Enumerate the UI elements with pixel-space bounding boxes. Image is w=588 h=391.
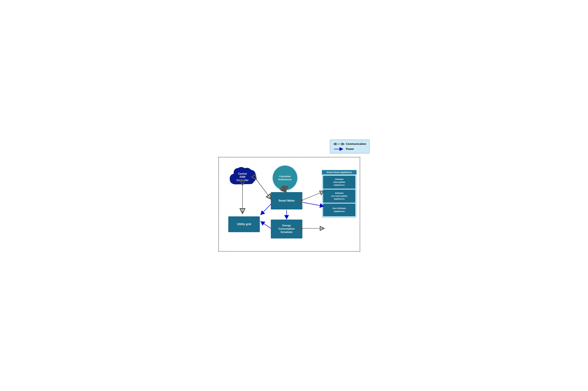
communication-arrow-icon <box>333 142 344 146</box>
svg-line-5 <box>303 191 324 200</box>
consumer-preferences-label: ConsumerPreferences <box>278 175 292 181</box>
energy-scheduler-label: EnergyConsumptionScheduler <box>278 224 295 234</box>
svg-line-3 <box>256 180 271 199</box>
power-legend-row: Power <box>333 147 366 151</box>
shiftable-interruptible-label: ShiftableInterruptibleAppliances <box>333 178 345 187</box>
page-wrapper: Communication Power Central DSM Contr <box>218 140 370 252</box>
utility-grid-label: Utility grid <box>237 222 251 226</box>
central-dsm-cloud: Central DSM Controller <box>228 165 257 189</box>
smart-meter-label: Smart Meter <box>278 199 295 202</box>
svg-line-6 <box>303 202 324 206</box>
non-shiftable-box: Non-ShiftableAppliances <box>323 204 355 216</box>
diagram-container: Central DSM Controller Utility grid Cons… <box>218 157 360 252</box>
energy-scheduler-box: EnergyConsumptionScheduler <box>271 219 302 238</box>
shiftable-non-interruptible-label: Shiftablenon-interruptibleAppliances <box>331 192 347 200</box>
consumer-preferences-circle: ConsumerPreferences <box>272 165 298 191</box>
svg-line-9 <box>261 204 271 215</box>
shiftable-interruptible-box: ShiftableInterruptibleAppliances <box>323 176 355 189</box>
smart-home-panel: Smart Home Appliances ShiftableInterrupt… <box>322 170 357 218</box>
legend-box: Communication Power <box>330 140 370 153</box>
communication-label: Communication <box>346 142 366 146</box>
utility-grid-box: Utility grid <box>228 216 260 232</box>
non-shiftable-label: Non-ShiftableAppliances <box>332 207 346 213</box>
communication-legend-row: Communication <box>333 142 366 146</box>
svg-line-10 <box>261 221 271 228</box>
cloud-shape-icon <box>228 165 257 189</box>
svg-line-11 <box>285 191 286 192</box>
shiftable-non-interruptible-box: Shiftablenon-interruptibleAppliances <box>323 190 355 203</box>
smart-home-label: Smart Home Appliances <box>322 170 357 175</box>
power-label: Power <box>346 147 354 151</box>
power-arrow-icon <box>333 147 344 151</box>
smart-meter-box: Smart Meter <box>271 192 302 209</box>
